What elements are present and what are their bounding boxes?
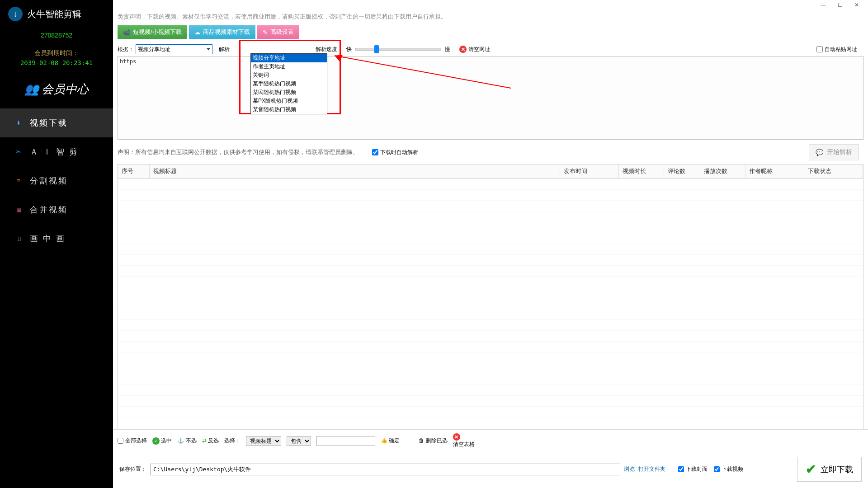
expire-label: 会员到期时间： [0,42,113,59]
ai-icon: ✂ [14,147,24,157]
declaration-text: 声明：所有信息均来自互联网公开数据，仅供参考学习使用，如有侵权，请联系管理员删除… [118,148,359,156]
close-icon: ✕ [453,433,460,441]
invert-button[interactable]: ⇄ 反选 [202,437,219,445]
auto-parse-checkbox[interactable]: 下载时自动解析 [372,149,418,156]
filter-field-select[interactable]: 视频标题 [246,436,281,446]
select-all-checkbox[interactable]: 全部选择 [118,437,147,445]
window-controls: — ☐ ✕ [113,0,868,10]
close-icon: ✕ [459,46,467,53]
download-video-checkbox[interactable]: 下载视频 [714,465,743,473]
dropdown-option-mouyin[interactable]: 某音随机热门视频 [251,105,327,114]
th-title[interactable]: 视频标题 [150,164,560,178]
results-table: 序号 视频标题 发布时间 视频时长 评论数 播放次数 作者昵称 下载状态 [118,164,863,429]
sidebar-item-download[interactable]: ⬇ 视频下载 [0,108,113,137]
delete-selected-button[interactable]: 🗑 删除已选 [419,437,447,445]
disclaimer: 免责声明：下载的视频、素材仅供学习交流，若使用商业用途，请购买正版授权，否则产生… [113,10,868,25]
confirm-button[interactable]: 👍 确定 [381,437,400,445]
tab-short-video[interactable]: 📹短视频/小视频下载 [118,25,187,39]
parse-label: 解析 [219,46,230,53]
sidebar-item-pip[interactable]: ◫ 画 中 画 [0,224,113,253]
swap-icon: ⇄ [202,437,207,444]
filter-input[interactable] [316,436,375,446]
tab-product-video[interactable]: ☁商品视频素材下载 [189,25,255,39]
delete-icon: 🗑 [419,437,424,444]
choose-label: 选择： [224,437,241,445]
sidebar-item-split[interactable]: ≡ 分割视频 [0,166,113,195]
download-cover-checkbox[interactable]: 下载封面 [678,465,708,473]
save-path-label: 保存位置： [119,465,146,473]
merge-icon: ▦ [14,205,24,215]
deselect-button[interactable]: ⚓ 不选 [177,437,196,445]
note-row: 声明：所有信息均来自互联网公开数据，仅供参考学习使用，如有侵权，请联系管理员删除… [113,140,868,164]
sidebar-item-merge[interactable]: ▦ 合并视频 [0,195,113,224]
download-icon: ⬇ [14,118,24,128]
app-logo-icon: ↓ [8,7,23,21]
sidebar-item-ai-cut[interactable]: ✂ Ａ Ｉ 智 剪 [0,137,113,166]
app-title: 火牛智能剪辑 [27,8,81,20]
main-tabs: 📹短视频/小视频下载 ☁商品视频素材下载 ✎高级设置 [113,25,868,39]
source-type-dropdown: 视频分享地址 作者主页地址 关键词 某手随机热门视频 某民随机热门视频 某PX随… [250,53,327,114]
expire-date: 2039-02-08 20:23:41 [0,59,113,73]
split-icon: ≡ [14,176,24,186]
chat-icon: 💬 [816,149,823,156]
browse-button[interactable]: 浏览 [624,465,635,473]
maximize-button[interactable]: ☐ [838,2,843,8]
main-panel: — ☐ ✕ 免责声明：下载的视频、素材仅供学习交流，若使用商业用途，请购买正版授… [113,0,868,488]
minimize-button[interactable]: — [821,2,826,8]
dropdown-option-px[interactable]: 某PX随机热门视频 [251,97,327,105]
th-status[interactable]: 下载状态 [804,164,863,178]
clear-url-button[interactable]: ✕ 清空网址 [459,46,490,53]
slider-thumb[interactable] [374,45,379,53]
footer: 保存位置： 浏览 打开文件夹 下载封面 下载视频 ✔ 立即下载 [113,452,868,488]
fast-label: 快 [346,46,352,53]
product-icon: ☁ [194,29,200,36]
dropdown-option-keyword[interactable]: 关键词 [251,71,327,80]
th-comments[interactable]: 评论数 [664,164,700,178]
filter-match-select[interactable]: 包含 [287,436,311,446]
chevron-down-icon [207,48,210,50]
controls-row: 根据： 视频分享地址 解析 解析速度： 快 慢 ✕ 清空网址 自动粘贴网址 [113,39,868,56]
according-label: 根据： [118,46,134,53]
url-textarea[interactable]: https / [118,56,863,140]
anchor-icon: ⚓ [177,437,184,444]
table-header: 序号 视频标题 发布时间 视频时长 评论数 播放次数 作者昵称 下载状态 [118,164,863,178]
th-duration[interactable]: 视频时长 [619,164,664,178]
video-icon: 📹 [123,29,130,36]
source-type-select[interactable]: 视频分享地址 [136,44,212,54]
pip-icon: ◫ [14,234,24,244]
selection-bar: 全部选择 ✓ 选中 ⚓ 不选 ⇄ 反选 选择： 视频标题 包含 👍 确定 🗑 删… [113,429,868,452]
user-id: 270828752 [0,28,113,42]
dropdown-option-moumin[interactable]: 某民随机热门视频 [251,88,327,97]
close-button[interactable]: ✕ [854,2,859,8]
tab-advanced[interactable]: ✎高级设置 [257,25,299,39]
dropdown-option-author-url[interactable]: 作者主页地址 [251,62,327,71]
th-index[interactable]: 序号 [118,164,150,178]
member-center[interactable]: 👥 会员中心 [0,73,113,108]
download-now-button[interactable]: ✔ 立即下载 [797,457,862,482]
th-pubtime[interactable]: 发布时间 [560,164,619,178]
save-path-input[interactable] [150,464,620,475]
thumbs-icon: 👍 [381,437,387,444]
table-body [118,178,863,429]
settings-icon: ✎ [263,29,268,36]
check-icon: ✔ [806,462,816,477]
dropdown-option-moushou[interactable]: 某手随机热门视频 [251,80,327,88]
slow-label: 慢 [445,46,450,53]
clear-table-button[interactable]: ✕ 清空表格 [453,433,475,448]
speed-slider[interactable] [355,48,441,51]
check-icon: ✓ [152,437,160,445]
th-author[interactable]: 作者昵称 [745,164,804,178]
member-icon: 👥 [24,83,39,96]
th-plays[interactable]: 播放次数 [700,164,745,178]
start-parse-button[interactable]: 💬 开始解析 [809,144,859,160]
parse-speed-label: 解析速度： [316,46,343,53]
open-folder-button[interactable]: 打开文件夹 [638,465,665,473]
auto-paste-checkbox[interactable]: 自动粘贴网址 [816,46,857,53]
app-header: ↓ 火牛智能剪辑 [0,0,113,28]
dropdown-option-share-url[interactable]: 视频分享地址 [251,54,327,62]
sidebar: ↓ 火牛智能剪辑 270828752 会员到期时间： 2039-02-08 20… [0,0,113,488]
select-on-button[interactable]: ✓ 选中 [152,437,172,445]
